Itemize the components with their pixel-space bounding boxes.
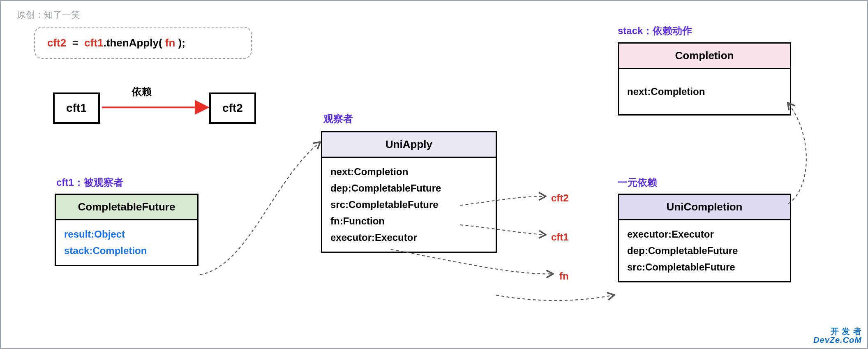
watermark: 开 发 者 DevZe.CoM (813, 327, 862, 344)
box-uniapply: UniApply next:Completion dep:Completable… (321, 131, 497, 253)
field-ua-dep: dep:CompletableFuture (330, 180, 487, 196)
depend-label: 依赖 (132, 85, 152, 98)
label-cft1-observed: cft1：被观察者 (56, 176, 123, 189)
field-result: result:Object (64, 226, 189, 243)
box-unicompletion-title: UniCompletion (619, 195, 790, 220)
box-completablefuture: CompletableFuture result:Object stack:Co… (55, 194, 199, 266)
label-stack-action: stack：依赖动作 (618, 24, 692, 37)
box-completion: Completion next:Completion (618, 42, 791, 116)
watermark-line1: 开 发 者 (813, 327, 862, 336)
label-unary-dep: 一元依赖 (618, 176, 657, 189)
box-unicompletion: UniCompletion executor:Executor dep:Comp… (618, 194, 791, 282)
target-cft2: cft2 (551, 192, 569, 204)
code-then: .thenApply( (104, 37, 165, 49)
field-comp-next: next:Completion (627, 83, 782, 100)
box-uniapply-body: next:Completion dep:CompletableFuture sr… (322, 158, 496, 252)
code-fn: fn (165, 37, 175, 49)
arrow-ua-fn-fn (391, 250, 552, 274)
box-completablefuture-body: result:Object stack:Completion (56, 220, 197, 265)
box-unicompletion-body: executor:Executor dep:CompletableFuture … (619, 220, 790, 281)
box-uniapply-title: UniApply (322, 132, 496, 158)
field-uc-src: src:CompletableFuture (627, 259, 782, 275)
box-completion-title: Completion (619, 44, 790, 69)
node-cft1: cft1 (53, 92, 100, 124)
code-cft2: cft2 (47, 37, 66, 49)
field-ua-exec: executor:Executor (330, 229, 487, 246)
target-cft1: cft1 (551, 231, 569, 243)
diagram-canvas: 原创：知了一笑 cft2 = cft1 .thenApply( fn ); cf… (0, 0, 868, 349)
code-snippet-box: cft2 = cft1 .thenApply( fn ); (34, 27, 252, 59)
arrow-ua-to-uc (496, 295, 614, 300)
field-ua-next: next:Completion (330, 164, 487, 180)
target-fn: fn (559, 270, 569, 282)
field-uc-exec: executor:Executor (627, 226, 782, 243)
box-completablefuture-title: CompletableFuture (56, 195, 197, 220)
code-cft1: cft1 (84, 37, 103, 49)
box-completion-body: next:Completion (619, 69, 790, 114)
arrow-cf-to-uniapply (200, 143, 320, 275)
node-cft2: cft2 (209, 92, 256, 124)
attribution-label: 原创：知了一笑 (17, 9, 80, 21)
label-observer: 观察者 (323, 112, 353, 125)
arrow-uc-to-completion (788, 103, 806, 203)
code-eq: = (66, 37, 84, 49)
field-uc-dep: dep:CompletableFuture (627, 243, 782, 259)
field-ua-src: src:CompletableFuture (330, 196, 487, 213)
field-stack: stack:Completion (64, 243, 189, 259)
field-ua-fn: fn:Function (330, 213, 487, 229)
code-close: ); (175, 37, 185, 49)
watermark-line2: DevZe.CoM (813, 336, 862, 344)
